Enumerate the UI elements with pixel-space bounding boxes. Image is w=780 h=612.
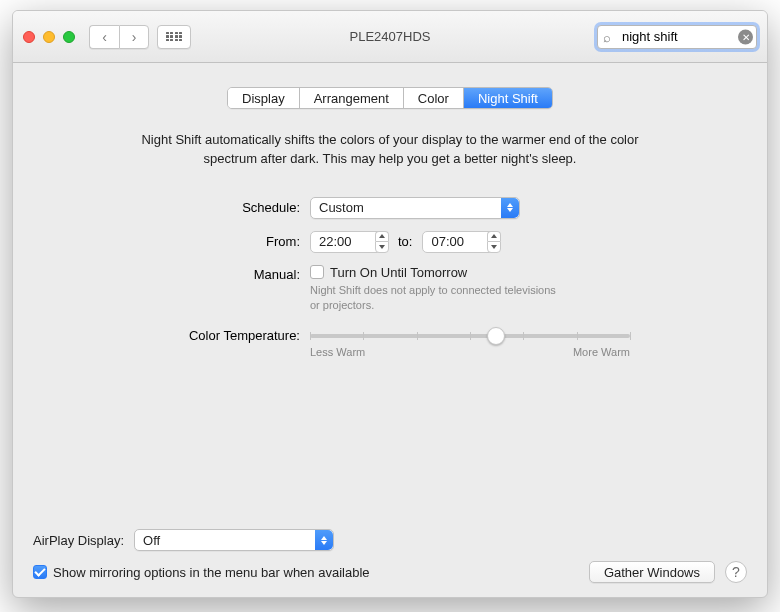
from-time-value: 22:00 bbox=[319, 234, 352, 249]
chevron-left-icon: ‹ bbox=[102, 29, 107, 45]
slider-more-label: More Warm bbox=[573, 346, 630, 358]
to-label: to: bbox=[398, 234, 412, 249]
close-icon[interactable] bbox=[23, 31, 35, 43]
show-all-button[interactable] bbox=[157, 25, 191, 49]
zoom-icon[interactable] bbox=[63, 31, 75, 43]
from-time-field[interactable]: 22:00 bbox=[310, 231, 388, 253]
mirroring-checkbox-row[interactable]: Show mirroring options in the menu bar w… bbox=[33, 565, 370, 580]
back-button[interactable]: ‹ bbox=[89, 25, 119, 49]
minimize-icon[interactable] bbox=[43, 31, 55, 43]
to-time-field[interactable]: 07:00 bbox=[422, 231, 500, 253]
gather-windows-button[interactable]: Gather Windows bbox=[589, 561, 715, 583]
grid-icon bbox=[166, 32, 182, 42]
schedule-popup[interactable]: Custom bbox=[310, 197, 520, 219]
from-stepper[interactable] bbox=[375, 231, 389, 253]
manual-checkbox-row[interactable]: Turn On Until Tomorrow bbox=[310, 265, 630, 280]
nav-back-forward: ‹ › bbox=[89, 25, 149, 49]
chevron-right-icon: › bbox=[132, 29, 137, 45]
search-input[interactable] bbox=[597, 25, 757, 49]
airplay-popup[interactable]: Off bbox=[134, 529, 334, 551]
airplay-value: Off bbox=[143, 533, 160, 548]
manual-label: Manual: bbox=[150, 265, 300, 282]
titlebar: ‹ › PLE2407HDS ⌕ ✕ bbox=[13, 11, 767, 63]
slider-thumb[interactable] bbox=[487, 327, 505, 345]
color-temp-slider[interactable]: Less Warm More Warm bbox=[310, 324, 630, 364]
preferences-window: ‹ › PLE2407HDS ⌕ ✕ Display Arrangement C… bbox=[12, 10, 768, 598]
schedule-label: Schedule: bbox=[150, 200, 300, 215]
to-time-value: 07:00 bbox=[431, 234, 464, 249]
slider-ticks bbox=[310, 330, 630, 342]
night-shift-description: Night Shift automatically shifts the col… bbox=[120, 131, 660, 169]
from-label: From: bbox=[150, 234, 300, 249]
popup-arrows-icon bbox=[501, 198, 519, 218]
manual-checkbox[interactable] bbox=[310, 265, 324, 279]
mirroring-checkbox[interactable] bbox=[33, 565, 47, 579]
slider-less-label: Less Warm bbox=[310, 346, 365, 358]
mirroring-label: Show mirroring options in the menu bar w… bbox=[53, 565, 370, 580]
help-button[interactable]: ? bbox=[725, 561, 747, 583]
pane-body: Display Arrangement Color Night Shift Ni… bbox=[13, 63, 767, 597]
airplay-label: AirPlay Display: bbox=[33, 533, 124, 548]
tab-arrangement[interactable]: Arrangement bbox=[300, 88, 404, 108]
tab-night-shift[interactable]: Night Shift bbox=[464, 88, 552, 108]
popup-arrows-icon bbox=[315, 530, 333, 550]
schedule-value: Custom bbox=[319, 200, 364, 215]
tab-bar: Display Arrangement Color Night Shift bbox=[33, 87, 747, 109]
manual-checkbox-label: Turn On Until Tomorrow bbox=[330, 265, 467, 280]
window-controls bbox=[23, 31, 75, 43]
tab-display[interactable]: Display bbox=[228, 88, 300, 108]
search-icon: ⌕ bbox=[603, 29, 611, 44]
tab-color[interactable]: Color bbox=[404, 88, 464, 108]
forward-button[interactable]: › bbox=[119, 25, 149, 49]
clear-search-icon[interactable]: ✕ bbox=[738, 29, 753, 44]
color-temp-label: Color Temperature: bbox=[150, 324, 300, 343]
search-field[interactable]: ⌕ ✕ bbox=[597, 25, 757, 49]
to-stepper[interactable] bbox=[487, 231, 501, 253]
manual-hint: Night Shift does not apply to connected … bbox=[310, 283, 560, 313]
